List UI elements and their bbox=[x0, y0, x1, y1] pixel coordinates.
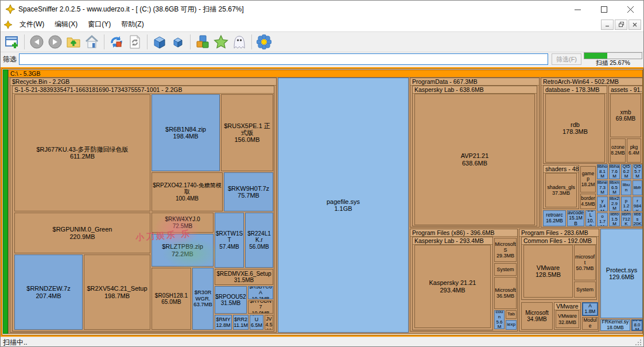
treemap-block[interactable]: $RPOOU5231.5MB bbox=[215, 286, 247, 314]
treemap-block[interactable]: gamep18.2M bbox=[580, 166, 596, 192]
treemap-block[interactable]: microsoft50.7MB bbox=[574, 245, 596, 280]
treemap-block[interactable]: xmb69.6MB bbox=[610, 94, 641, 137]
resize-grip-icon[interactable] bbox=[635, 339, 642, 346]
treemap-block[interactable]: $R2XV54C.21_Setup198.7MB bbox=[84, 255, 150, 330]
filter-button[interactable]: 筛选(F) bbox=[552, 53, 581, 65]
back-icon[interactable] bbox=[28, 33, 46, 51]
treemap-block[interactable]: $RJ677KU.43-多开防撤回绿色版611.2MB bbox=[14, 94, 150, 211]
treemap-block[interactable]: librn712K bbox=[621, 213, 631, 226]
treemap-block[interactable]: VMware32.8MB bbox=[556, 310, 579, 328]
configuration-icon[interactable] bbox=[255, 33, 273, 51]
treemap-block[interactable]: Microsoft36.5MB bbox=[494, 277, 517, 309]
treemap-block[interactable]: $R5BTC6A10.2MB bbox=[248, 286, 273, 299]
treemap-folder-label: $Recycle.Bin - 2.2GB bbox=[10, 78, 276, 86]
rescan-icon[interactable] bbox=[107, 33, 126, 51]
treemap-block[interactable]: ozone8.2MB bbox=[610, 138, 626, 163]
refresh-view-icon[interactable] bbox=[126, 33, 144, 51]
treemap-block[interactable]: liblzr984K bbox=[633, 196, 642, 211]
treemap-block[interactable]: SDL10.0 bbox=[585, 210, 596, 226]
treemap-block[interactable]: libxn6.5M bbox=[609, 180, 620, 195]
treemap-block[interactable]: Module bbox=[582, 317, 598, 330]
treemap-block[interactable]: $RJV4.5M bbox=[265, 315, 273, 330]
treemap-block[interactable]: FRKernel.sy18.0MB bbox=[600, 319, 630, 331]
treemap-block[interactable]: libfo1.5M bbox=[609, 213, 620, 226]
treemap-block[interactable]: $R30RWGR.63.7MB bbox=[192, 268, 214, 330]
minimize-button[interactable] bbox=[564, 1, 591, 18]
treemap-free-space[interactable] bbox=[3, 70, 8, 334]
treemap-block[interactable]: $RYODN710.0MB bbox=[248, 300, 273, 314]
treemap-block[interactable]: $RKW9H0T.7z75.7MB bbox=[224, 172, 273, 211]
treemap-block-size: 198.4MB bbox=[152, 133, 219, 140]
treemap-block[interactable]: Qt55.7M bbox=[633, 164, 642, 179]
star-filter-icon[interactable] bbox=[212, 33, 230, 51]
treemap-block-name: $RXTW1ST bbox=[215, 230, 243, 243]
treemap-block[interactable]: Microsoft S29.3MB bbox=[494, 238, 517, 262]
treemap-block[interactable]: pagefile.sys1.1GB bbox=[278, 78, 409, 333]
treemap-block[interactable]: Protect.sys129.6MB bbox=[600, 229, 643, 318]
treemap-block[interactable]: $RUSX5PE.1 正式版156.0MB bbox=[221, 94, 273, 171]
treemap-block[interactable]: coun5.6M bbox=[494, 310, 505, 329]
treemap-block[interactable]: System bbox=[494, 263, 517, 276]
treemap-block[interactable]: rdb178.3MB bbox=[545, 94, 605, 163]
treemap-block[interactable]: Microsoft34.9MB bbox=[521, 302, 553, 330]
treemap-block[interactable]: libcry3.4M bbox=[597, 196, 608, 211]
treemap-block[interactable]: System bbox=[574, 282, 596, 298]
less-detail-icon[interactable] bbox=[150, 33, 169, 51]
treemap-block-size: 1.1GB bbox=[278, 205, 408, 212]
treemap-block[interactable]: $REDMVXE.6_Setup31.5MB bbox=[215, 269, 273, 285]
menu-file[interactable]: 文件(W) bbox=[14, 18, 49, 31]
treemap-block[interactable]: libho8.1M bbox=[597, 164, 608, 179]
menu-edit[interactable]: 编辑(X) bbox=[49, 18, 83, 31]
treemap-block[interactable]: $R6U6.5MB bbox=[250, 315, 263, 330]
treemap-block[interactable]: libop1.2M bbox=[621, 196, 631, 211]
home-icon[interactable] bbox=[83, 33, 101, 51]
treemap-block[interactable]: $R0SH128.165.0MB bbox=[152, 268, 191, 330]
close-button[interactable] bbox=[617, 1, 643, 18]
more-detail-icon[interactable] bbox=[169, 33, 187, 51]
treemap-block[interactable]: AVP21.21638.6MB bbox=[414, 94, 535, 225]
ghost-filter-icon[interactable] bbox=[230, 33, 249, 51]
treemap-block-size: 178.3MB bbox=[546, 128, 604, 135]
treemap-block[interactable]: libha7.6M bbox=[609, 164, 620, 179]
treemap-block[interactable]: libne7.3M bbox=[597, 180, 608, 195]
treemap-block[interactable]: $RMY12.8M bbox=[215, 315, 232, 330]
treemap-block[interactable]: retroarc16.2MB bbox=[543, 210, 566, 226]
show-file-types-icon[interactable] bbox=[193, 33, 212, 51]
treemap-block[interactable]: $RPZXO42.1740-免糖简模取100.4MB bbox=[152, 172, 223, 211]
treemap-block[interactable]: border4.5MB bbox=[580, 194, 596, 209]
mdi-minimize-button[interactable] bbox=[601, 20, 614, 30]
mdi-close-button[interactable] bbox=[629, 20, 641, 30]
treemap-block[interactable]: libx22.9M bbox=[609, 196, 620, 211]
treemap-block[interactable]: libico1.7M bbox=[597, 213, 608, 226]
treemap-block[interactable]: $RR211.1M bbox=[233, 315, 249, 330]
treemap-block[interactable]: $RLZTPB9.zip72.2MB bbox=[152, 234, 214, 267]
treemap-block[interactable]: Tab bbox=[506, 310, 517, 319]
treemap-block[interactable]: shaders_gls37.3MB bbox=[545, 173, 577, 207]
treemap-block[interactable]: PhotoA1.8MB bbox=[582, 302, 598, 316]
forward-icon[interactable] bbox=[46, 33, 64, 51]
treemap-block[interactable]: $RKW4XYJ.072.5MB bbox=[152, 213, 214, 233]
maximize-button[interactable] bbox=[591, 1, 617, 18]
treemap-block[interactable]: Qt56.2M bbox=[621, 164, 631, 179]
treemap-block[interactable]: $R6B1N84.zip198.4MB bbox=[152, 94, 220, 171]
treemap-block[interactable]: 00-28.0M bbox=[631, 319, 643, 331]
treemap-block[interactable]: VMware128.5MB bbox=[523, 245, 573, 298]
filter-input[interactable] bbox=[19, 53, 548, 65]
parent-folder-icon[interactable] bbox=[64, 33, 83, 51]
new-view-icon[interactable] bbox=[3, 33, 21, 51]
treemap-block[interactable]: libun bbox=[621, 180, 631, 195]
treemap-block[interactable]: iexp bbox=[506, 320, 517, 330]
menu-window[interactable]: 窗口(Y) bbox=[83, 18, 116, 31]
treemap-canvas[interactable]: C:\ - 5.3GB$Recycle.Bin - 2.2GBS-1-5-21-… bbox=[1, 67, 644, 337]
treemap-block[interactable]: pkg6.4M bbox=[627, 138, 641, 163]
treemap-block[interactable]: $RRNDZEW.7z207.4MB bbox=[14, 255, 83, 330]
treemap-block[interactable]: avcode15.1MB bbox=[567, 210, 584, 226]
treemap-block[interactable]: Kaspersky 21.21293.4MB bbox=[414, 245, 491, 328]
menu-help[interactable]: 帮助(Z) bbox=[116, 18, 149, 31]
treemap-block[interactable]: $RXTW1ST57.4MB bbox=[215, 213, 244, 268]
treemap-block[interactable]: $R224L1K.r56.0MB bbox=[245, 213, 273, 268]
treemap-block[interactable]: libss20K bbox=[633, 213, 642, 226]
mdi-restore-button[interactable] bbox=[615, 20, 627, 30]
treemap-block[interactable]: $RGPUNIM.0_Green220.9MB bbox=[14, 213, 150, 253]
treemap-block[interactable]: libfr bbox=[633, 180, 642, 195]
